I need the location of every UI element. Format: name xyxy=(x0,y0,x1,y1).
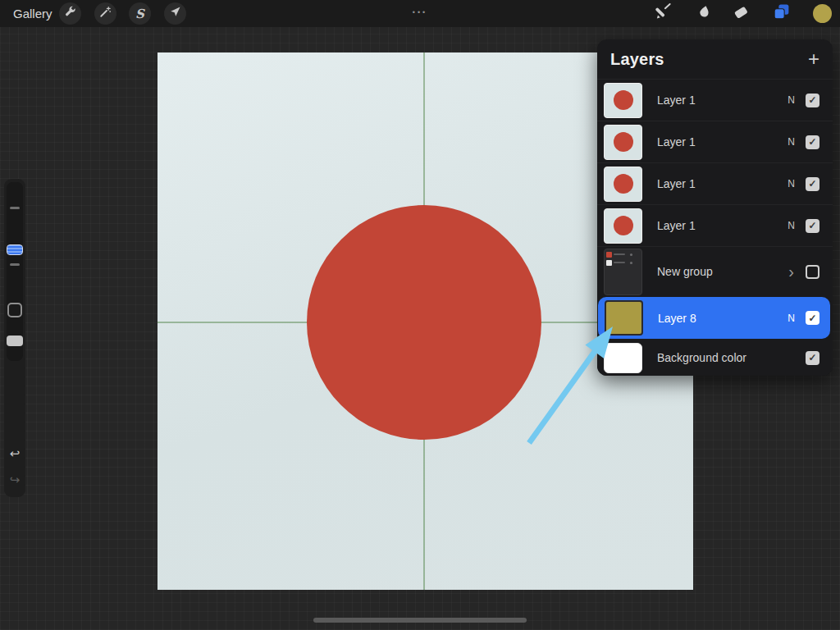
background-color-row[interactable]: Background color ✓ xyxy=(597,340,833,376)
layer-row-selected[interactable]: Layer 8 N ✓ xyxy=(598,297,830,339)
layer-row[interactable]: Layer 1 N ✓ xyxy=(597,162,833,204)
eraser-tool-button[interactable] xyxy=(733,3,750,24)
undo-button[interactable]: ↩ xyxy=(4,446,25,461)
slider-tick xyxy=(10,207,20,209)
layers-button[interactable] xyxy=(772,2,791,25)
layer-row[interactable]: Layer 1 N ✓ xyxy=(597,79,833,121)
layer-visibility-checkbox[interactable]: ✓ xyxy=(806,94,819,107)
home-indicator-bar[interactable] xyxy=(313,618,527,623)
expand-group-chevron-icon[interactable]: › xyxy=(788,266,794,277)
layer-visibility-checkbox[interactable]: ✓ xyxy=(806,219,819,233)
layer-thumbnail[interactable] xyxy=(604,125,642,160)
opacity-slider-handle[interactable] xyxy=(7,336,23,346)
redo-icon: ↪ xyxy=(10,472,21,486)
brush-tool-button[interactable] xyxy=(655,3,672,24)
add-layer-button[interactable]: + xyxy=(808,51,819,67)
layer-name: Layer 1 xyxy=(657,94,788,107)
layer-row[interactable]: Layer 1 N ✓ xyxy=(597,204,833,246)
layer-name: Layer 1 xyxy=(657,177,788,190)
slider-tick xyxy=(10,263,20,266)
modify-button[interactable] xyxy=(7,303,22,317)
blend-mode-button[interactable]: N xyxy=(788,313,795,324)
smudge-tool-button[interactable] xyxy=(694,4,710,24)
layer-thumbnail[interactable] xyxy=(604,167,642,202)
blend-mode-button[interactable]: N xyxy=(788,94,795,106)
group-visibility-checkbox[interactable] xyxy=(806,265,819,279)
layer-visibility-checkbox[interactable]: ✓ xyxy=(806,351,819,365)
blend-mode-button[interactable]: N xyxy=(788,136,795,148)
group-thumbnail[interactable] xyxy=(604,249,642,295)
layer-name: Background color xyxy=(657,351,806,364)
layer-thumbnail[interactable] xyxy=(604,83,642,118)
layers-panel-header: Layers + xyxy=(597,39,833,79)
layer-name: Layer 1 xyxy=(657,135,788,148)
layer-thumbnail[interactable] xyxy=(604,208,642,244)
top-toolbar: Gallery S ••• xyxy=(0,0,840,27)
layers-panel-title: Layers xyxy=(610,50,664,69)
active-color-swatch[interactable] xyxy=(813,4,832,23)
layer-thumbnail[interactable] xyxy=(605,300,643,336)
blend-mode-button[interactable]: N xyxy=(788,178,795,189)
layer-visibility-checkbox[interactable]: ✓ xyxy=(806,177,819,191)
layers-panel: Layers + Layer 1 N ✓ Layer 1 N ✓ Layer 1… xyxy=(597,39,833,376)
layer-visibility-checkbox[interactable]: ✓ xyxy=(806,135,819,149)
red-circle-artwork xyxy=(307,205,541,440)
undo-icon: ↩ xyxy=(10,446,21,460)
redo-button[interactable]: ↪ xyxy=(4,472,25,487)
layer-visibility-checkbox[interactable]: ✓ xyxy=(806,311,819,325)
layer-name: Layer 8 xyxy=(658,312,788,325)
brush-size-slider-handle[interactable] xyxy=(7,244,23,255)
layer-group-row[interactable]: New group › xyxy=(597,246,833,296)
layer-name: Layer 1 xyxy=(657,219,788,232)
background-color-thumbnail[interactable] xyxy=(604,343,642,373)
layer-row[interactable]: Layer 1 N ✓ xyxy=(597,121,833,162)
group-name: New group xyxy=(657,265,788,278)
blend-mode-button[interactable]: N xyxy=(788,220,795,231)
sidebar-tool-rail: ↩ ↪ xyxy=(4,179,25,497)
